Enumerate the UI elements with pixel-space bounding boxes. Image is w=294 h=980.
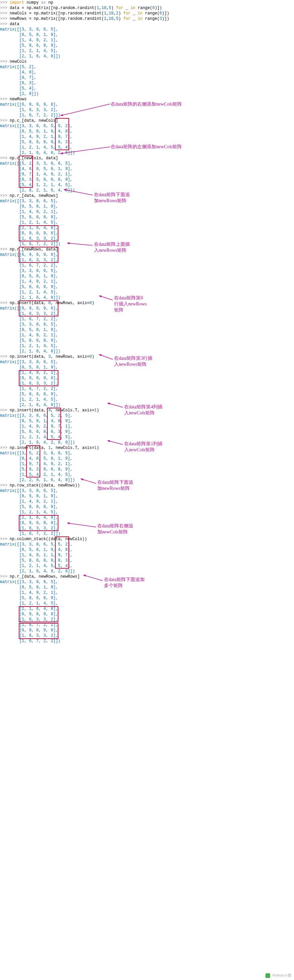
code-token: >>>: [0, 445, 10, 450]
code-token: , newCols.T, axis=: [51, 408, 94, 413]
code-token: >>>: [0, 574, 10, 579]
annotation-text: 在data矩阵的左侧添加newCols矩阵: [111, 144, 182, 150]
code-token: )]): [162, 16, 169, 21]
code-token: ,: [106, 11, 109, 16]
code-token: matrix([[5, 2, 3, 3, 8, 6, 5], [4, 8, 8,…: [0, 161, 75, 193]
code-token: ): [92, 301, 94, 305]
code-token: matrix([[3, 3, 8, 6, 5, 2, 5], [8, 5, 8,…: [0, 414, 75, 445]
code-token: np.c_[newCols, data]: [10, 156, 58, 161]
code-token: >>>: [0, 483, 10, 488]
code-token: import: [10, 0, 24, 5]
code-token: np.insert(data,: [10, 301, 48, 305]
code-token: >>>: [0, 118, 10, 123]
code-token: as: [41, 0, 46, 5]
code-token: >>>: [0, 0, 10, 5]
code-token: ,: [106, 16, 109, 21]
code-token: >>>: [0, 355, 10, 359]
code-token: 10: [101, 6, 106, 10]
code-token: 0: [89, 355, 92, 359]
code-token: ,: [106, 6, 109, 10]
code-token: ): [97, 408, 99, 413]
code-token: newRows = np.matrix([np.random.randint(: [10, 16, 104, 21]
code-token: range(: [135, 6, 152, 10]
code-token: newCols = np.matrix([np.random.randint(: [10, 11, 104, 16]
code-token: matrix([[6, 9, 6, 9, 8], [1, 6, 3, 3, 2]…: [0, 253, 61, 300]
code-token: >>>: [0, 11, 10, 16]
code-token: np.column_stack((data, newCols)): [10, 537, 87, 541]
code-token: , newRows, axis=: [51, 355, 89, 359]
code-token: _: [131, 16, 138, 21]
annotation-text: 在data矩阵上面插 入newRows矩阵: [94, 242, 130, 253]
code-token: data: [10, 22, 19, 27]
annotation-text: 在data矩阵右侧追 加newCols矩阵: [97, 523, 133, 535]
code-token: matrix([[3, 3, 8, 6, 5, 5, 2], [8, 5, 8,…: [0, 124, 75, 155]
code-token: np.r_[data, newRows]: [10, 194, 58, 198]
code-token: for: [116, 6, 123, 10]
code-token: )]): [155, 6, 162, 10]
code-token: matrix([[3, 3, 8, 6, 5], [8, 5, 8, 1, 9]…: [0, 488, 61, 536]
code-token: for: [123, 16, 131, 21]
code-token: numpy: [24, 0, 41, 5]
code-token: 10: [109, 11, 113, 16]
code-token: 6: [152, 6, 155, 10]
code-token: np.insert(data,: [10, 355, 48, 359]
code-token: matrix([[6, 9, 6, 9, 8], [1, 6, 3, 3, 2]…: [0, 306, 61, 354]
code-token: range(: [143, 11, 160, 16]
annotation-text: 在data矩阵下面追 加newRows矩阵: [94, 192, 130, 204]
code-token: newRows: [10, 97, 27, 102]
code-token: 3: [160, 16, 162, 21]
annotation-text: 在data矩阵下面追 加newRows矩阵: [97, 479, 133, 492]
code-token: in: [138, 11, 143, 16]
code-token: matrix([[3, 3, 8, 6, 5], [8, 5, 8, 1, 9]…: [0, 199, 61, 247]
annotation-text: 在data矩阵第4列插 入newCols矩阵: [124, 404, 163, 416]
code-token: data = np.matrix([np.random.randint(: [10, 6, 97, 10]
code-token: 6: [160, 11, 162, 16]
code-token: 1: [104, 11, 106, 16]
code-token: _: [123, 6, 131, 10]
code-token: >>>: [0, 301, 10, 305]
code-token: ): [118, 16, 123, 21]
code-token: matrix([[3, 3, 8, 6, 5], [8, 5, 8, 1, 9]…: [0, 360, 61, 407]
code-token: 1: [104, 16, 106, 21]
code-output: >>> import numpy as np>>> data = np.matr…: [0, 0, 294, 644]
code-token: >>>: [0, 537, 10, 541]
code-token: in: [131, 6, 135, 10]
code-token: in: [138, 16, 143, 21]
code-token: np.c_[data, newCols]: [10, 118, 58, 123]
code-token: >>>: [0, 247, 10, 252]
code-token: range(: [143, 16, 160, 21]
annotation-text: 在data矩阵第1列插 入newCols矩阵: [124, 441, 163, 453]
code-token: 1: [94, 445, 97, 450]
code-token: newCols: [10, 59, 27, 64]
code-token: ): [92, 355, 94, 359]
code-token: for: [123, 11, 131, 16]
code-token: matrix([[3, 5, 2, 3, 8, 6, 5], [8, 4, 8,…: [0, 451, 75, 482]
code-token: >>>: [0, 16, 10, 21]
code-token: 2: [116, 11, 118, 16]
code-token: >>>: [0, 408, 10, 413]
code-token: >>>: [0, 156, 10, 161]
code-token: )]): [162, 11, 169, 16]
code-token: >>>: [0, 97, 10, 102]
code-token: 0: [89, 301, 92, 305]
code-token: >>>: [0, 6, 10, 10]
code-token: 5: [116, 16, 118, 21]
code-token: ): [97, 445, 99, 450]
code-token: >>>: [0, 22, 10, 27]
code-token: 1: [94, 408, 97, 413]
code-token: 10: [109, 16, 113, 21]
code-token: >>>: [0, 194, 10, 198]
code-token: matrix([[3, 3, 8, 6, 5], [8, 5, 8, 1, 9]…: [0, 580, 61, 643]
code-token: np.r_[newRows, data]: [10, 247, 58, 252]
code-token: np.r_[data, newRows, newRows]: [10, 574, 80, 579]
code-token: matrix([[3, 3, 8, 6, 5], [8, 5, 8, 1, 9]…: [0, 27, 61, 59]
code-token: , newRows, axis=: [51, 301, 89, 305]
code-token: np.row_stack((data, newRows)): [10, 483, 80, 488]
annotation-text: 在data矩阵第0 行插入newRows 矩阵: [114, 295, 147, 313]
code-token: np: [46, 0, 53, 5]
annotation-text: 在data矩阵第3行插 入newRows矩阵: [114, 355, 152, 368]
code-token: _: [131, 11, 138, 16]
code-token: matrix([[5, 2], [4, 8], [9, 7], [8, 3], …: [0, 65, 38, 96]
code-token: matrix([[3, 3, 8, 6, 5, 5, 2], [8, 5, 8,…: [0, 542, 75, 574]
code-token: np.insert(data,: [10, 408, 48, 413]
